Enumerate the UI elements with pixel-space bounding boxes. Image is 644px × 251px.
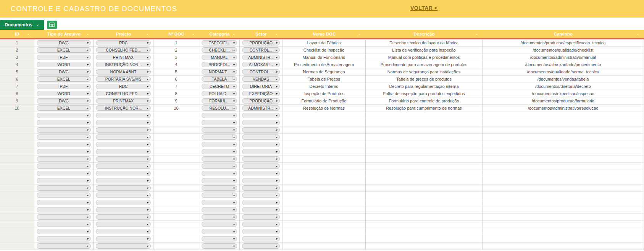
cell-projeto[interactable]: PRINTMAX▾ xyxy=(94,97,153,105)
cell-id[interactable]: 8 xyxy=(0,90,34,97)
cell-ndoc[interactable]: 10 xyxy=(153,105,199,112)
projeto-dropdown[interactable]: RDC▾ xyxy=(96,40,151,45)
cell-caminho[interactable]: /documentos/vendas/tabela xyxy=(483,76,644,83)
cell-caminho[interactable]: /documentos/administrativo/manual xyxy=(483,54,644,61)
cell-caminho[interactable] xyxy=(483,163,644,170)
cell-categoria[interactable]: ▾ xyxy=(199,163,240,170)
dropdown-arrow-icon[interactable]: ▾ xyxy=(276,180,278,183)
cell-projeto[interactable]: ▾ xyxy=(94,141,153,148)
tipo-dropdown[interactable]: EXCEL▾ xyxy=(37,76,91,82)
categoria-dropdown[interactable]: ▾ xyxy=(202,236,237,241)
cell-caminho[interactable] xyxy=(483,221,644,228)
tipo-dropdown[interactable]: DWG▾ xyxy=(37,40,91,45)
setor-dropdown[interactable]: ▾ xyxy=(242,222,280,227)
dropdown-arrow-icon[interactable]: ▾ xyxy=(87,151,89,154)
cell-projeto[interactable]: ▾ xyxy=(94,134,153,141)
cell-tipo[interactable]: ▾ xyxy=(34,126,94,134)
column-header-nome[interactable]: Nome DOC⌄ xyxy=(282,30,366,38)
cell-descricao[interactable]: Tabela de preços de produtos xyxy=(366,76,483,83)
dropdown-arrow-icon[interactable]: ▾ xyxy=(276,165,278,168)
dropdown-arrow-icon[interactable]: ▾ xyxy=(87,56,89,59)
tipo-dropdown[interactable]: ▾ xyxy=(37,171,91,176)
projeto-dropdown[interactable]: ▾ xyxy=(96,178,151,183)
cell-id[interactable] xyxy=(0,148,34,155)
cell-tipo[interactable]: WORD▾ xyxy=(34,90,94,97)
cell-caminho[interactable] xyxy=(483,214,644,221)
cell-setor[interactable]: DIRETORIA▾ xyxy=(240,83,282,90)
cell-ndoc[interactable]: 3 xyxy=(153,54,199,61)
cell-setor[interactable]: ▾ xyxy=(240,192,282,199)
categoria-dropdown[interactable]: RESOLU...▾ xyxy=(202,105,237,111)
dropdown-arrow-icon[interactable]: ▾ xyxy=(233,42,235,45)
categoria-dropdown[interactable]: MANUAL▾ xyxy=(202,55,237,60)
cell-descricao[interactable]: Folha de inspeção para produtos expedido… xyxy=(366,90,483,97)
dropdown-arrow-icon[interactable]: ▾ xyxy=(233,223,235,226)
cell-ndoc[interactable] xyxy=(153,177,199,185)
filter-chevron-icon[interactable]: ⌄ xyxy=(86,31,89,36)
column-header-descricao[interactable]: Descrição⌄ xyxy=(366,30,483,38)
cell-ndoc[interactable]: 5 xyxy=(153,68,199,76)
cell-descricao[interactable] xyxy=(366,214,483,221)
dropdown-arrow-icon[interactable]: ▾ xyxy=(233,172,235,175)
cell-descricao[interactable]: Lista de verificação para inspeção xyxy=(366,47,483,54)
cell-caminho[interactable] xyxy=(483,119,644,126)
categoria-dropdown[interactable]: ▾ xyxy=(202,229,237,234)
setor-dropdown[interactable]: ▾ xyxy=(242,164,280,169)
dropdown-arrow-icon[interactable]: ▾ xyxy=(87,129,89,132)
cell-caminho[interactable] xyxy=(483,243,644,250)
filter-chevron-icon[interactable]: ⌄ xyxy=(358,31,362,36)
projeto-dropdown[interactable]: ▾ xyxy=(96,156,151,162)
column-header-projeto[interactable]: Projeto⌄ xyxy=(94,30,153,38)
categoria-dropdown[interactable]: ▾ xyxy=(202,149,237,154)
cell-ndoc[interactable] xyxy=(153,126,199,134)
dropdown-arrow-icon[interactable]: ▾ xyxy=(233,71,235,74)
dropdown-arrow-icon[interactable]: ▾ xyxy=(87,158,89,161)
cell-projeto[interactable]: ▾ xyxy=(94,163,153,170)
cell-setor[interactable]: ▾ xyxy=(240,243,282,250)
cell-categoria[interactable]: ESPECIFI...▾ xyxy=(199,39,240,47)
setor-dropdown[interactable]: CONTROL...▾ xyxy=(242,69,280,74)
filter-chevron-icon[interactable]: ⌄ xyxy=(637,31,640,36)
cell-descricao[interactable]: Formulário para controle de produção xyxy=(366,97,483,105)
cell-ndoc[interactable] xyxy=(153,163,199,170)
cell-ndoc[interactable]: 7 xyxy=(153,83,199,90)
cell-id[interactable] xyxy=(0,185,34,192)
cell-tipo[interactable]: ▾ xyxy=(34,214,94,221)
chevron-down-icon[interactable]: ⌄ xyxy=(36,22,39,26)
cell-id[interactable] xyxy=(0,119,34,126)
cell-caminho[interactable] xyxy=(483,199,644,206)
dropdown-arrow-icon[interactable]: ▾ xyxy=(87,143,89,146)
cell-id[interactable]: 1 xyxy=(0,39,34,47)
cell-ndoc[interactable] xyxy=(153,243,199,250)
cell-projeto[interactable]: ▾ xyxy=(94,214,153,221)
projeto-dropdown[interactable]: NORMA ABNT▾ xyxy=(96,69,151,74)
dropdown-arrow-icon[interactable]: ▾ xyxy=(147,71,148,74)
setor-dropdown[interactable]: ▾ xyxy=(242,229,280,234)
cell-nome[interactable] xyxy=(282,134,366,141)
cell-categoria[interactable]: DECRETO▾ xyxy=(199,83,240,90)
setor-dropdown[interactable]: ▾ xyxy=(242,120,280,125)
cell-id[interactable]: 7 xyxy=(0,83,34,90)
projeto-dropdown[interactable]: ▾ xyxy=(96,193,151,198)
cell-caminho[interactable]: /documentos/administrativo/resolucao xyxy=(483,105,644,112)
cell-tipo[interactable]: ▾ xyxy=(34,243,94,250)
cell-nome[interactable] xyxy=(282,148,366,155)
cell-tipo[interactable]: EXCEL▾ xyxy=(34,47,94,54)
dropdown-arrow-icon[interactable]: ▾ xyxy=(233,136,235,139)
setor-dropdown[interactable]: ▾ xyxy=(242,214,280,220)
dropdown-arrow-icon[interactable]: ▾ xyxy=(233,78,235,81)
cell-nome[interactable]: Manual do Funcionário xyxy=(282,54,366,61)
cell-id[interactable] xyxy=(0,243,34,250)
dropdown-arrow-icon[interactable]: ▾ xyxy=(276,209,278,212)
tipo-dropdown[interactable]: EXCEL▾ xyxy=(37,47,91,53)
cell-projeto[interactable]: CONSELHO FED...▾ xyxy=(94,47,153,54)
cell-setor[interactable]: VENDAS▾ xyxy=(240,76,282,83)
cell-projeto[interactable]: ▾ xyxy=(94,112,153,119)
categoria-dropdown[interactable]: ▾ xyxy=(202,127,237,133)
cell-nome[interactable] xyxy=(282,177,366,185)
cell-descricao[interactable] xyxy=(366,119,483,126)
dropdown-arrow-icon[interactable]: ▾ xyxy=(276,172,278,175)
dropdown-arrow-icon[interactable]: ▾ xyxy=(147,107,148,110)
cell-categoria[interactable]: ▾ xyxy=(199,206,240,214)
dropdown-arrow-icon[interactable]: ▾ xyxy=(147,201,148,204)
